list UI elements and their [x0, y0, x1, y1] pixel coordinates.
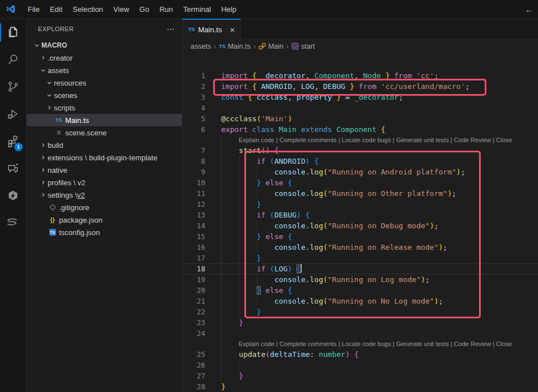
code-line-1[interactable]: 1import { _decorator, Component, Node } … [183, 70, 538, 81]
codelens-action-code-review[interactable]: Code Review [454, 340, 491, 347]
tree-item-scene-scene[interactable]: ≡scene.scene [27, 126, 182, 139]
hex-plugin-icon[interactable] [0, 182, 26, 209]
code-line-6[interactable]: 6export class Main extends Component { [183, 124, 538, 135]
line-number[interactable]: 16 [183, 242, 205, 253]
tree-item-main-ts[interactable]: TSMain.ts [27, 114, 182, 126]
line-number[interactable]: 15 [183, 231, 205, 242]
line-number[interactable]: 18 [183, 263, 205, 274]
ai-chat-icon[interactable] [0, 155, 26, 182]
menu-item-go[interactable]: Go [134, 0, 154, 19]
code-line-5[interactable]: 5@ccclass('Main') [183, 113, 538, 124]
line-number[interactable]: 5 [183, 113, 205, 124]
code-line-23[interactable]: 23 } [183, 317, 538, 328]
tree-item-tsconfig-json[interactable]: TStsconfig.json [27, 226, 182, 238]
breadcrumb-main-ts[interactable]: TSMain.ts [219, 42, 251, 50]
line-number[interactable]: 24 [183, 328, 205, 339]
code-line-7[interactable]: 7 start() { [183, 145, 538, 156]
tree-item-macro[interactable]: MACRO [27, 39, 182, 52]
code-line-13[interactable]: 13 if (DEBUG) { [183, 210, 538, 220]
line-number[interactable]: 4 [183, 103, 205, 113]
close-tab-icon[interactable]: × [230, 25, 235, 34]
tree-item-resources[interactable]: resources [27, 76, 182, 89]
codelens-action-complete-comments[interactable]: Complete comments [279, 137, 337, 143]
tree-item-build[interactable]: build [27, 139, 182, 151]
more-actions-icon[interactable]: ⋯ [167, 24, 175, 33]
code-line-11[interactable]: 11 console.log("Running on Other platfor… [183, 188, 538, 199]
code-line-24[interactable]: 24 [183, 328, 538, 339]
line-number[interactable]: 10 [183, 177, 205, 188]
code-line-2[interactable]: 2import { ANDROID, LOG, DEBUG } from 'cc… [183, 81, 538, 92]
tab-main-ts[interactable]: TS Main.ts × [183, 19, 241, 39]
codelens-action-generate-unit-tests[interactable]: Generate unit tests [396, 340, 449, 347]
line-number[interactable]: 19 [183, 274, 205, 285]
menu-item-view[interactable]: View [108, 0, 134, 19]
line-number[interactable]: 23 [183, 317, 205, 328]
line-number[interactable]: 1 [183, 70, 205, 81]
s-plugin-icon[interactable] [0, 209, 26, 236]
source-control-icon[interactable] [0, 73, 26, 100]
breadcrumb-assets[interactable]: assets [190, 42, 211, 50]
code-line-10[interactable]: 10 } else { [183, 177, 538, 188]
line-number[interactable]: 21 [183, 296, 205, 306]
line-number[interactable]: 6 [183, 124, 205, 135]
code-line-20[interactable]: 20 } else { [183, 285, 538, 296]
codelens-action-close[interactable]: Close [496, 340, 512, 347]
line-number[interactable]: 22 [183, 306, 205, 317]
line-number[interactable]: 3 [183, 92, 205, 103]
codelens-action-close[interactable]: Close [496, 137, 512, 143]
tree-item-profiles-v2[interactable]: profiles \ v2 [27, 176, 182, 189]
codelens-action-locate-code-bugs[interactable]: Locate code bugs [342, 137, 391, 143]
line-number[interactable]: 25 [183, 349, 205, 360]
line-number[interactable]: 17 [183, 253, 205, 263]
tree-item-extensions-build-plugin-template[interactable]: extensions \ build-plugin-template [27, 151, 182, 164]
code-line-22[interactable]: 22 } [183, 306, 538, 317]
code-line-25[interactable]: 25 update(deltaTime: number) { [183, 349, 538, 360]
menu-item-selection[interactable]: Selection [67, 0, 108, 19]
line-number[interactable]: 14 [183, 220, 205, 231]
code-line-27[interactable]: 27 } [183, 370, 538, 381]
tree-item-settings-v2[interactable]: settings \ v2 [27, 189, 182, 201]
code-line-19[interactable]: 19 console.log("Running on Log mode"); [183, 274, 538, 285]
line-number[interactable]: 28 [183, 381, 205, 392]
line-number[interactable]: 13 [183, 210, 205, 220]
breadcrumb-main[interactable]: Main [259, 42, 283, 50]
tree-item-scripts[interactable]: scripts [27, 101, 182, 114]
code-line-28[interactable]: 28} [183, 381, 538, 392]
code-line-8[interactable]: 8 if (ANDROID) { [183, 156, 538, 167]
search-icon[interactable] [0, 46, 26, 73]
tree-item-package-json[interactable]: {}package.json [27, 214, 182, 226]
code-line-3[interactable]: 3const { ccclass, property } = _decorato… [183, 92, 538, 103]
code-line-17[interactable]: 17 } [183, 253, 538, 263]
line-number[interactable]: 9 [183, 167, 205, 177]
line-number[interactable]: 7 [183, 145, 205, 156]
code-line-12[interactable]: 12 } [183, 199, 538, 210]
line-number[interactable]: 8 [183, 156, 205, 167]
codelens-action-generate-unit-tests[interactable]: Generate unit tests [396, 137, 449, 143]
menu-item-file[interactable]: File [23, 0, 45, 19]
line-number[interactable]: 26 [183, 360, 205, 370]
tree-item-native[interactable]: native [27, 164, 182, 176]
codelens-row[interactable]: Explain code | Complete comments | Locat… [183, 135, 538, 145]
line-number[interactable]: 12 [183, 199, 205, 210]
line-number[interactable]: 27 [183, 370, 205, 381]
line-number[interactable]: 11 [183, 188, 205, 199]
menu-item-help[interactable]: Help [216, 0, 242, 19]
tree-item-scenes[interactable]: scenes [27, 89, 182, 101]
tree-item-assets[interactable]: assets [27, 64, 182, 76]
codelens-action-explain-code[interactable]: Explain code [239, 340, 274, 347]
menu-item-terminal[interactable]: Terminal [178, 0, 216, 19]
line-number[interactable] [183, 135, 205, 145]
line-number[interactable] [183, 339, 205, 349]
line-number[interactable]: 20 [183, 285, 205, 296]
back-arrow-icon[interactable]: ← [525, 0, 533, 19]
explorer-icon[interactable] [0, 19, 26, 46]
tree-item-gitignore[interactable]: .gitignore [27, 201, 182, 214]
codelens-action-complete-comments[interactable]: Complete comments [279, 340, 337, 347]
code-line-4[interactable]: 4 [183, 103, 538, 113]
code-line-15[interactable]: 15 } else { [183, 231, 538, 242]
run-debug-icon[interactable] [0, 100, 26, 127]
code-line-21[interactable]: 21 console.log("Running on No Log mode")… [183, 296, 538, 306]
codelens-action-code-review[interactable]: Code Review [454, 137, 491, 143]
line-number[interactable]: 2 [183, 81, 205, 92]
codelens-action-locate-code-bugs[interactable]: Locate code bugs [342, 340, 391, 347]
